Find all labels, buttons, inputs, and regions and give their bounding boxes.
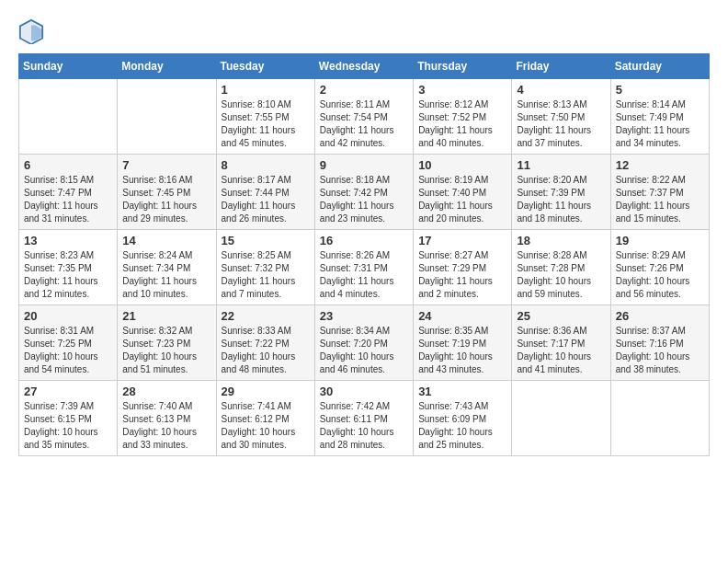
day-number: 19 xyxy=(616,234,704,247)
calendar-cell: 28Sunrise: 7:40 AM Sunset: 6:13 PM Dayli… xyxy=(118,381,216,456)
calendar-cell: 19Sunrise: 8:29 AM Sunset: 7:26 PM Dayli… xyxy=(610,230,709,305)
day-info: Sunrise: 8:23 AM Sunset: 7:35 PM Dayligh… xyxy=(24,249,112,301)
day-number: 26 xyxy=(616,309,704,323)
calendar-cell: 1Sunrise: 8:10 AM Sunset: 7:55 PM Daylig… xyxy=(216,79,314,155)
week-row-1: 1Sunrise: 8:10 AM Sunset: 7:55 PM Daylig… xyxy=(19,79,710,155)
day-number: 22 xyxy=(222,309,310,323)
calendar-cell: 20Sunrise: 8:31 AM Sunset: 7:25 PM Dayli… xyxy=(19,305,118,381)
day-header-thursday: Thursday xyxy=(414,54,512,79)
day-info: Sunrise: 8:20 AM Sunset: 7:39 PM Dayligh… xyxy=(517,174,605,225)
day-info: Sunrise: 8:37 AM Sunset: 7:16 PM Dayligh… xyxy=(616,325,704,376)
day-info: Sunrise: 7:41 AM Sunset: 6:12 PM Dayligh… xyxy=(222,400,310,452)
calendar-cell: 26Sunrise: 8:37 AM Sunset: 7:16 PM Dayli… xyxy=(610,305,709,381)
calendar-cell: 4Sunrise: 8:13 AM Sunset: 7:50 PM Daylig… xyxy=(512,79,610,155)
calendar-cell: 29Sunrise: 7:41 AM Sunset: 6:12 PM Dayli… xyxy=(216,381,314,456)
day-number: 8 xyxy=(222,158,310,172)
day-info: Sunrise: 8:35 AM Sunset: 7:19 PM Dayligh… xyxy=(418,325,506,376)
day-info: Sunrise: 8:19 AM Sunset: 7:40 PM Dayligh… xyxy=(418,174,506,225)
day-number: 23 xyxy=(320,309,408,323)
day-number: 14 xyxy=(122,234,210,247)
calendar-cell: 13Sunrise: 8:23 AM Sunset: 7:35 PM Dayli… xyxy=(19,230,118,305)
calendar-cell: 14Sunrise: 8:24 AM Sunset: 7:34 PM Dayli… xyxy=(118,230,216,305)
day-number: 12 xyxy=(616,158,704,172)
day-number: 31 xyxy=(418,385,506,398)
day-info: Sunrise: 8:24 AM Sunset: 7:34 PM Dayligh… xyxy=(122,249,210,301)
calendar-cell: 10Sunrise: 8:19 AM Sunset: 7:40 PM Dayli… xyxy=(414,155,512,230)
logo xyxy=(18,18,48,44)
day-number: 18 xyxy=(517,234,605,247)
day-number: 5 xyxy=(616,83,704,97)
day-info: Sunrise: 8:34 AM Sunset: 7:20 PM Dayligh… xyxy=(320,325,408,376)
day-header-wednesday: Wednesday xyxy=(314,54,413,79)
day-number: 24 xyxy=(418,309,506,323)
calendar-cell xyxy=(610,381,709,456)
day-info: Sunrise: 8:36 AM Sunset: 7:17 PM Dayligh… xyxy=(517,325,605,376)
day-number: 4 xyxy=(517,83,605,97)
calendar-cell: 8Sunrise: 8:17 AM Sunset: 7:44 PM Daylig… xyxy=(216,155,314,230)
day-info: Sunrise: 8:31 AM Sunset: 7:25 PM Dayligh… xyxy=(24,325,112,376)
day-info: Sunrise: 7:43 AM Sunset: 6:09 PM Dayligh… xyxy=(418,400,506,452)
day-header-friday: Friday xyxy=(512,54,610,79)
day-info: Sunrise: 8:17 AM Sunset: 7:44 PM Dayligh… xyxy=(222,174,310,225)
day-number: 16 xyxy=(320,234,408,247)
calendar-cell: 18Sunrise: 8:28 AM Sunset: 7:28 PM Dayli… xyxy=(512,230,610,305)
calendar-cell: 22Sunrise: 8:33 AM Sunset: 7:22 PM Dayli… xyxy=(216,305,314,381)
day-number: 27 xyxy=(24,385,112,398)
calendar-cell: 5Sunrise: 8:14 AM Sunset: 7:49 PM Daylig… xyxy=(610,79,709,155)
week-row-2: 6Sunrise: 8:15 AM Sunset: 7:47 PM Daylig… xyxy=(19,155,710,230)
day-header-tuesday: Tuesday xyxy=(216,54,314,79)
header-row: SundayMondayTuesdayWednesdayThursdayFrid… xyxy=(19,54,710,79)
day-number: 11 xyxy=(517,158,605,172)
calendar-cell: 27Sunrise: 7:39 AM Sunset: 6:15 PM Dayli… xyxy=(19,381,118,456)
day-number: 21 xyxy=(122,309,210,323)
day-info: Sunrise: 8:15 AM Sunset: 7:47 PM Dayligh… xyxy=(24,174,112,225)
calendar-cell: 24Sunrise: 8:35 AM Sunset: 7:19 PM Dayli… xyxy=(414,305,512,381)
calendar-cell: 21Sunrise: 8:32 AM Sunset: 7:23 PM Dayli… xyxy=(118,305,216,381)
day-info: Sunrise: 7:42 AM Sunset: 6:11 PM Dayligh… xyxy=(320,400,408,452)
calendar-cell: 12Sunrise: 8:22 AM Sunset: 7:37 PM Dayli… xyxy=(610,155,709,230)
day-info: Sunrise: 8:10 AM Sunset: 7:55 PM Dayligh… xyxy=(222,98,310,150)
day-number: 2 xyxy=(320,83,408,97)
day-number: 6 xyxy=(24,158,112,172)
day-info: Sunrise: 8:13 AM Sunset: 7:50 PM Dayligh… xyxy=(517,98,605,150)
day-info: Sunrise: 8:14 AM Sunset: 7:49 PM Dayligh… xyxy=(616,98,704,150)
week-row-5: 27Sunrise: 7:39 AM Sunset: 6:15 PM Dayli… xyxy=(19,381,710,456)
day-header-sunday: Sunday xyxy=(19,54,118,79)
day-number: 3 xyxy=(418,83,506,97)
day-info: Sunrise: 8:16 AM Sunset: 7:45 PM Dayligh… xyxy=(122,174,210,225)
logo-icon xyxy=(18,18,44,44)
day-number: 10 xyxy=(418,158,506,172)
day-number: 28 xyxy=(122,385,210,398)
calendar-cell: 11Sunrise: 8:20 AM Sunset: 7:39 PM Dayli… xyxy=(512,155,610,230)
day-number: 30 xyxy=(320,385,408,398)
day-number: 25 xyxy=(517,309,605,323)
calendar-cell: 16Sunrise: 8:26 AM Sunset: 7:31 PM Dayli… xyxy=(314,230,413,305)
day-info: Sunrise: 8:22 AM Sunset: 7:37 PM Dayligh… xyxy=(616,174,704,225)
day-info: Sunrise: 8:28 AM Sunset: 7:28 PM Dayligh… xyxy=(517,249,605,301)
day-info: Sunrise: 8:12 AM Sunset: 7:52 PM Dayligh… xyxy=(418,98,506,150)
day-number: 9 xyxy=(320,158,408,172)
calendar-cell: 25Sunrise: 8:36 AM Sunset: 7:17 PM Dayli… xyxy=(512,305,610,381)
week-row-3: 13Sunrise: 8:23 AM Sunset: 7:35 PM Dayli… xyxy=(19,230,710,305)
day-number: 20 xyxy=(24,309,112,323)
day-number: 29 xyxy=(222,385,310,398)
header xyxy=(18,18,710,44)
week-row-4: 20Sunrise: 8:31 AM Sunset: 7:25 PM Dayli… xyxy=(19,305,710,381)
day-info: Sunrise: 7:39 AM Sunset: 6:15 PM Dayligh… xyxy=(24,400,112,452)
calendar-cell: 15Sunrise: 8:25 AM Sunset: 7:32 PM Dayli… xyxy=(216,230,314,305)
calendar-cell: 30Sunrise: 7:42 AM Sunset: 6:11 PM Dayli… xyxy=(314,381,413,456)
calendar-cell xyxy=(19,79,118,155)
calendar-cell: 9Sunrise: 8:18 AM Sunset: 7:42 PM Daylig… xyxy=(314,155,413,230)
day-number: 1 xyxy=(222,83,310,97)
day-info: Sunrise: 7:40 AM Sunset: 6:13 PM Dayligh… xyxy=(122,400,210,452)
day-number: 17 xyxy=(418,234,506,247)
calendar-cell xyxy=(512,381,610,456)
day-header-saturday: Saturday xyxy=(610,54,709,79)
day-info: Sunrise: 8:26 AM Sunset: 7:31 PM Dayligh… xyxy=(320,249,408,301)
day-number: 15 xyxy=(222,234,310,247)
day-info: Sunrise: 8:11 AM Sunset: 7:54 PM Dayligh… xyxy=(320,98,408,150)
calendar-cell xyxy=(118,79,216,155)
calendar-table: SundayMondayTuesdayWednesdayThursdayFrid… xyxy=(18,53,710,456)
day-info: Sunrise: 8:32 AM Sunset: 7:23 PM Dayligh… xyxy=(122,325,210,376)
calendar-cell: 31Sunrise: 7:43 AM Sunset: 6:09 PM Dayli… xyxy=(414,381,512,456)
